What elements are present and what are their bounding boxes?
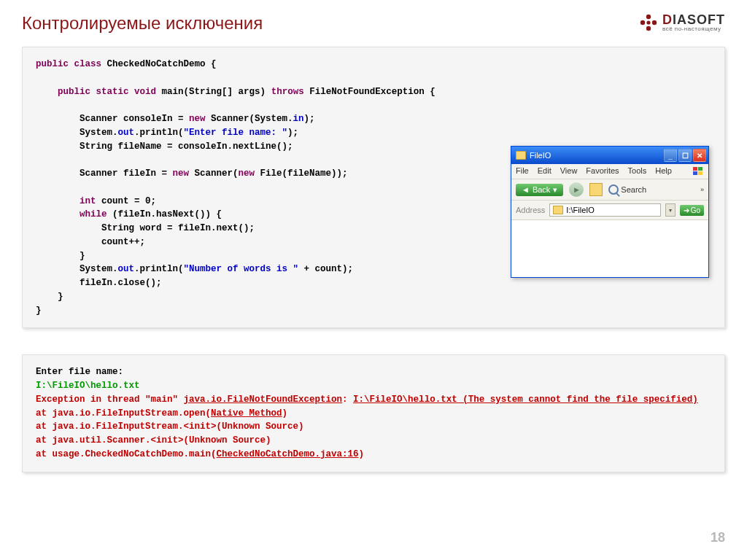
menu-favorites[interactable]: Favorites [586, 166, 619, 176]
toolbar-overflow[interactable]: » [700, 186, 704, 193]
logo: DIASOFT всё по-настоящему [639, 13, 725, 32]
svg-point-2 [646, 26, 651, 31]
menu-bar: File Edit View Favorites Tools Help [511, 164, 708, 179]
back-button[interactable]: ◄ Back ▾ [516, 184, 563, 196]
address-label: Address [516, 206, 545, 214]
svg-rect-8 [698, 171, 703, 175]
address-dropdown[interactable]: ▾ [665, 203, 676, 217]
svg-rect-6 [698, 167, 703, 171]
toolbar: ◄ Back ▾ ► Search » [511, 179, 708, 201]
menu-help[interactable]: Help [655, 166, 672, 176]
search-icon [608, 184, 619, 195]
page-number: 18 [711, 530, 725, 545]
explorer-content[interactable] [511, 220, 708, 277]
menu-edit[interactable]: Edit [538, 166, 551, 176]
svg-rect-7 [693, 171, 697, 175]
forward-button[interactable]: ► [569, 182, 584, 197]
minimize-button[interactable]: _ [664, 149, 677, 162]
window-titlebar[interactable]: FileIO _ ☐ ✕ [511, 147, 708, 164]
svg-point-3 [640, 20, 645, 25]
up-button[interactable] [589, 183, 603, 196]
maximize-button[interactable]: ☐ [678, 149, 692, 162]
folder-icon [553, 206, 563, 214]
go-button[interactable]: ➔ Go [680, 205, 704, 216]
menu-view[interactable]: View [560, 166, 578, 176]
close-button[interactable]: ✕ [693, 149, 706, 162]
slide-title: Контролируемые исключения [22, 13, 263, 34]
folder-icon [516, 151, 526, 160]
logo-tagline: всё по-настоящему [662, 26, 725, 32]
logo-icon [639, 13, 658, 32]
svg-point-0 [646, 15, 651, 19]
explorer-window: FileIO _ ☐ ✕ File Edit View Favorites To… [511, 146, 709, 278]
window-title: FileIO [530, 151, 660, 160]
logo-name: DIASOFT [662, 13, 725, 26]
svg-point-1 [652, 20, 657, 25]
menu-file[interactable]: File [516, 166, 529, 176]
search-button[interactable]: Search [608, 184, 646, 195]
windows-flag-icon [692, 166, 704, 176]
menu-tools[interactable]: Tools [628, 166, 647, 176]
address-value: I:\FileIO [566, 206, 595, 214]
svg-rect-5 [693, 167, 697, 171]
address-bar: Address I:\FileIO ▾ ➔ Go [511, 201, 708, 220]
svg-point-4 [646, 20, 650, 24]
console-output: Enter file name: I:\FileIO\hello.txt Exc… [22, 354, 725, 472]
address-field[interactable]: I:\FileIO [549, 203, 660, 217]
